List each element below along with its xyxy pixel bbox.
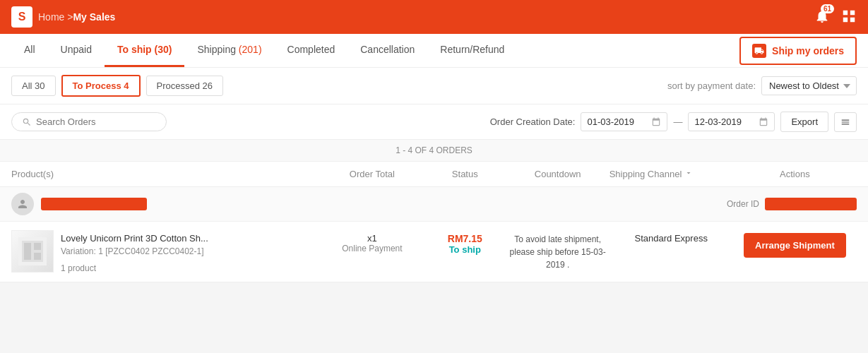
orders-count-text: 1 - 4 OF 4 ORDERS bbox=[396, 145, 472, 155]
product-column: Lovely Unicorn Print 3D Cotton Sh... Var… bbox=[11, 230, 321, 273]
order-row: Order ID Lovely Unicorn Print 3D Cotton … bbox=[0, 187, 868, 282]
search-input[interactable] bbox=[36, 116, 156, 127]
seller-avatar bbox=[11, 193, 34, 215]
person-icon bbox=[16, 198, 29, 210]
countdown-column: To avoid late shipment, please ship befo… bbox=[506, 230, 610, 271]
shopee-logo: S bbox=[11, 6, 32, 28]
total-column: x1 Online Payment bbox=[321, 230, 424, 253]
payment-type: Online Payment bbox=[342, 244, 402, 253]
notification-count: 61 bbox=[821, 4, 834, 13]
product-info: Lovely Unicorn Print 3D Cotton Sh... Var… bbox=[61, 230, 208, 273]
tabs-bar: All Unpaid To ship (30) Shipping (201) C… bbox=[0, 34, 868, 68]
sub-tab-toprocess[interactable]: To Process 4 bbox=[61, 75, 141, 97]
date-to-wrap bbox=[688, 112, 775, 131]
order-row-header: Order ID bbox=[0, 187, 868, 222]
search-icon bbox=[22, 117, 32, 127]
calendar-icon-from bbox=[651, 117, 661, 127]
search-date-bar: Order Creation Date: — Export bbox=[0, 104, 868, 140]
order-row-content: Lovely Unicorn Print 3D Cotton Sh... Var… bbox=[0, 222, 868, 282]
order-id-right: Order ID bbox=[727, 198, 857, 210]
col-header-countdown: Countdown bbox=[506, 169, 610, 179]
col-header-actions: Actions bbox=[733, 169, 857, 179]
status-column: RM7.15 To ship bbox=[424, 230, 506, 255]
date-dash: — bbox=[673, 116, 682, 127]
date-label: Order Creation Date: bbox=[490, 116, 576, 127]
tab-toship[interactable]: To ship (30) bbox=[105, 34, 185, 67]
header-right: 61 bbox=[814, 8, 857, 26]
list-view-button[interactable] bbox=[834, 112, 857, 132]
breadcrumb-home[interactable]: Home bbox=[38, 11, 64, 23]
col-header-products: Product(s) bbox=[11, 169, 321, 179]
svg-rect-4 bbox=[34, 253, 41, 260]
sub-tab-processed[interactable]: Processed 26 bbox=[146, 76, 224, 96]
price-value: RM7.15 bbox=[448, 233, 482, 244]
ship-icon bbox=[752, 44, 766, 58]
orders-count-bar: 1 - 4 OF 4 ORDERS bbox=[0, 140, 868, 162]
header-left: S Home >My Sales bbox=[11, 6, 115, 28]
svg-rect-3 bbox=[34, 243, 41, 250]
product-image-placeholder bbox=[18, 237, 47, 265]
header: S Home >My Sales 61 bbox=[0, 0, 868, 34]
sub-tab-all30[interactable]: All 30 bbox=[11, 76, 56, 96]
tab-completed[interactable]: Completed bbox=[275, 34, 348, 67]
countdown-message: To avoid late shipment, please ship befo… bbox=[506, 233, 610, 271]
search-wrap bbox=[11, 112, 167, 131]
tab-cancellation[interactable]: Cancellation bbox=[347, 34, 427, 67]
product-name: Lovely Unicorn Print 3D Cotton Sh... bbox=[61, 233, 208, 244]
sort-controls: sort by payment date: Newest to Oldest O… bbox=[667, 76, 857, 95]
product-variation: Variation: 1 [PZCC0402 PZCC0402-1] bbox=[61, 246, 208, 256]
svg-rect-2 bbox=[24, 243, 31, 260]
tab-unpaid[interactable]: Unpaid bbox=[48, 34, 105, 67]
calendar-icon-to bbox=[759, 117, 768, 127]
grid-icon bbox=[841, 8, 857, 24]
breadcrumb: Home >My Sales bbox=[38, 11, 115, 23]
tab-refund[interactable]: Return/Refund bbox=[427, 34, 517, 67]
sort-label: sort by payment date: bbox=[667, 80, 756, 91]
tab-all[interactable]: All bbox=[11, 34, 48, 67]
date-right: Order Creation Date: — Export bbox=[490, 112, 857, 132]
notification-bell[interactable]: 61 bbox=[814, 8, 830, 26]
table-header: Product(s) Order Total Status Countdown … bbox=[0, 162, 868, 187]
product-count: 1 product bbox=[61, 263, 208, 273]
arrange-shipment-button[interactable]: Arrange Shipment bbox=[744, 233, 846, 258]
order-id-value bbox=[765, 198, 857, 210]
export-button[interactable]: Export bbox=[780, 112, 828, 132]
shipping-channel: Standard Express bbox=[635, 233, 708, 244]
tabs-list: All Unpaid To ship (30) Shipping (201) C… bbox=[11, 34, 517, 67]
breadcrumb-current: My Sales bbox=[73, 11, 115, 23]
seller-name-placeholder bbox=[41, 198, 147, 210]
breadcrumb-sep: > bbox=[64, 11, 73, 23]
tab-shipping[interactable]: Shipping (201) bbox=[184, 34, 274, 67]
product-thumbnail bbox=[11, 230, 54, 273]
date-to-input[interactable] bbox=[694, 116, 754, 127]
col-header-status: Status bbox=[424, 169, 506, 179]
col-header-shipping: Shipping Channel bbox=[610, 169, 733, 179]
actions-column: Arrange Shipment bbox=[733, 230, 857, 258]
order-id-label: Order ID bbox=[727, 199, 759, 209]
grid-menu[interactable] bbox=[841, 8, 857, 26]
sort-select[interactable]: Newest to Oldest Oldest to Newest bbox=[761, 76, 857, 95]
status-text: To ship bbox=[449, 244, 481, 255]
date-from-wrap bbox=[581, 112, 667, 131]
sub-tabs-list: All 30 To Process 4 Processed 26 bbox=[11, 75, 223, 97]
shipping-sort-icon[interactable] bbox=[684, 169, 693, 179]
shipping-column: Standard Express bbox=[610, 230, 733, 244]
list-icon bbox=[840, 117, 850, 127]
date-from-input[interactable] bbox=[587, 116, 647, 127]
col-header-total: Order Total bbox=[321, 169, 424, 179]
ship-my-orders-button[interactable]: Ship my orders bbox=[739, 37, 857, 65]
quantity: x1 bbox=[367, 233, 377, 244]
sub-tabs-bar: All 30 To Process 4 Processed 26 sort by… bbox=[0, 68, 868, 104]
